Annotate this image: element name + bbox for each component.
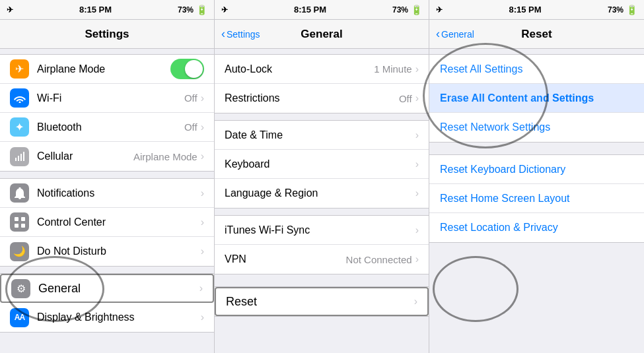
airplane-status-icon: ✈ [7, 5, 13, 15]
svg-rect-7 [21, 224, 25, 228]
restrictions-chevron: › [415, 92, 419, 104]
general-section-reset: Reset › [215, 286, 429, 317]
bluetooth-label: Bluetooth [37, 121, 184, 133]
settings-section-general: ⚙ General › AA Display & Brightness › [0, 273, 214, 333]
status-right-1: 73% 🔋 [178, 5, 207, 15]
control-center-chevron: › [201, 216, 204, 228]
reset-keyboard-dict-row[interactable]: Reset Keyboard Dictionary [429, 155, 644, 184]
row-date-time[interactable]: Date & Time › [215, 121, 429, 150]
row-auto-lock[interactable]: Auto-Lock 1 Minute › [215, 55, 429, 84]
status-bar-2: ✈ 8:15 PM 73% 🔋 [215, 0, 429, 20]
keyboard-chevron: › [415, 158, 419, 170]
status-time-2: 8:15 PM [294, 5, 326, 15]
airplane-mode-toggle[interactable] [170, 59, 204, 79]
reset-home-screen-row[interactable]: Reset Home Screen Layout [429, 184, 644, 213]
settings-section-system: Notifications › Control Center › 🌙 Do N [0, 178, 214, 267]
nav-title-general: General [301, 28, 342, 41]
row-do-not-disturb[interactable]: 🌙 Do Not Disturb › [0, 237, 214, 266]
auto-lock-chevron: › [415, 63, 419, 75]
back-button-general[interactable]: ‹ Settings [221, 27, 260, 41]
nav-bar-settings: Settings [0, 20, 214, 49]
svg-rect-1 [18, 156, 19, 161]
bluetooth-value: Off [184, 121, 197, 133]
wifi-icon [10, 88, 29, 108]
back-chevron-reset: ‹ [436, 27, 440, 41]
row-control-center[interactable]: Control Center › [0, 208, 214, 237]
battery-icon-3: 🔋 [626, 5, 637, 15]
reset-section: Reset All Settings Erase All Content and… [429, 54, 644, 143]
row-language-region[interactable]: Language & Region › [215, 179, 429, 208]
auto-lock-value: 1 Minute [374, 63, 412, 75]
itunes-wifi-chevron: › [415, 224, 419, 236]
reset-panel: ✈ 8:15 PM 73% 🔋 ‹ General Reset Reset Al… [429, 0, 644, 353]
cellular-value: Airplane Mode [133, 151, 197, 162]
do-not-disturb-chevron: › [201, 245, 204, 257]
nav-title-settings: Settings [85, 28, 129, 41]
settings-panel: ✈ 8:15 PM 73% 🔋 Settings ✈ Airplane Mode [0, 0, 215, 353]
wifi-chevron: › [201, 92, 204, 104]
battery-pct-2: 73% [392, 5, 408, 15]
row-vpn[interactable]: VPN Not Connected › [215, 245, 429, 274]
notifications-chevron: › [201, 187, 204, 199]
general-panel: ✈ 8:15 PM 73% 🔋 ‹ Settings General Auto-… [215, 0, 429, 353]
restrictions-value: Off [399, 93, 412, 104]
control-center-icon [10, 212, 29, 232]
svg-rect-0 [15, 158, 17, 161]
row-airplane-mode[interactable]: ✈ Airplane Mode [0, 55, 214, 84]
airplane-mode-icon: ✈ [10, 59, 29, 79]
svg-rect-5 [21, 217, 25, 221]
reset-location-privacy-row[interactable]: Reset Location & Privacy [429, 213, 644, 242]
date-time-chevron: › [415, 129, 419, 141]
battery-icon-2: 🔋 [411, 5, 422, 15]
svg-rect-6 [15, 224, 18, 228]
row-itunes-wifi[interactable]: iTunes Wi-Fi Sync › [215, 216, 429, 245]
vpn-chevron: › [415, 253, 419, 265]
vpn-label: VPN [225, 253, 346, 265]
row-reset[interactable]: Reset › [215, 287, 429, 316]
settings-section-connectivity: ✈ Airplane Mode Wi-Fi Off › ✦ [0, 54, 214, 172]
status-left-1: ✈ [7, 5, 13, 15]
status-right-2: 73% 🔋 [392, 5, 422, 15]
svg-rect-4 [15, 217, 18, 221]
erase-all-content-row[interactable]: Erase All Content and Settings [429, 84, 644, 113]
status-time-1: 8:15 PM [79, 5, 112, 15]
row-notifications[interactable]: Notifications › [0, 179, 214, 208]
reset-location-privacy-label: Reset Location & Privacy [440, 222, 633, 234]
back-label-general: Settings [227, 29, 260, 40]
display-icon: AA [10, 308, 29, 327]
reset-all-settings-label: Reset All Settings [440, 63, 633, 75]
reset-network-settings-row[interactable]: Reset Network Settings [429, 113, 644, 142]
row-keyboard[interactable]: Keyboard › [215, 150, 429, 179]
vpn-value: Not Connected [346, 254, 412, 265]
row-wifi[interactable]: Wi-Fi Off › [0, 84, 214, 113]
restrictions-label: Restrictions [225, 92, 399, 104]
reset-all-settings-row[interactable]: Reset All Settings [429, 55, 644, 84]
keyboard-label: Keyboard [225, 158, 415, 170]
row-cellular[interactable]: Cellular Airplane Mode › [0, 142, 214, 171]
status-time-3: 8:15 PM [509, 5, 541, 15]
row-display-brightness[interactable]: AA Display & Brightness › [0, 303, 214, 332]
back-button-reset[interactable]: ‹ General [436, 27, 474, 41]
svg-rect-3 [23, 152, 24, 161]
svg-rect-2 [20, 154, 22, 161]
cellular-label: Cellular [37, 150, 133, 162]
notifications-label: Notifications [37, 187, 201, 199]
status-bar-1: ✈ 8:15 PM 73% 🔋 [0, 0, 214, 20]
row-restrictions[interactable]: Restrictions Off › [215, 84, 429, 113]
cellular-icon [10, 147, 29, 166]
do-not-disturb-icon: 🌙 [10, 242, 29, 261]
erase-all-content-label: Erase All Content and Settings [440, 92, 633, 104]
status-left-3: ✈ [436, 5, 443, 15]
display-label: Display & Brightness [37, 311, 201, 323]
notifications-icon [10, 183, 29, 203]
row-general[interactable]: ⚙ General › [0, 274, 214, 303]
toggle-knob [185, 60, 203, 78]
airplane-mode-label: Airplane Mode [37, 63, 167, 75]
general-section-2: Date & Time › Keyboard › Language & Regi… [215, 120, 429, 209]
do-not-disturb-label: Do Not Disturb [37, 245, 201, 257]
row-bluetooth[interactable]: ✦ Bluetooth Off › [0, 113, 214, 142]
status-left-2: ✈ [221, 5, 228, 15]
bluetooth-chevron: › [201, 121, 204, 133]
airplane-status-icon-3: ✈ [436, 5, 443, 15]
wifi-label: Wi-Fi [37, 92, 184, 104]
